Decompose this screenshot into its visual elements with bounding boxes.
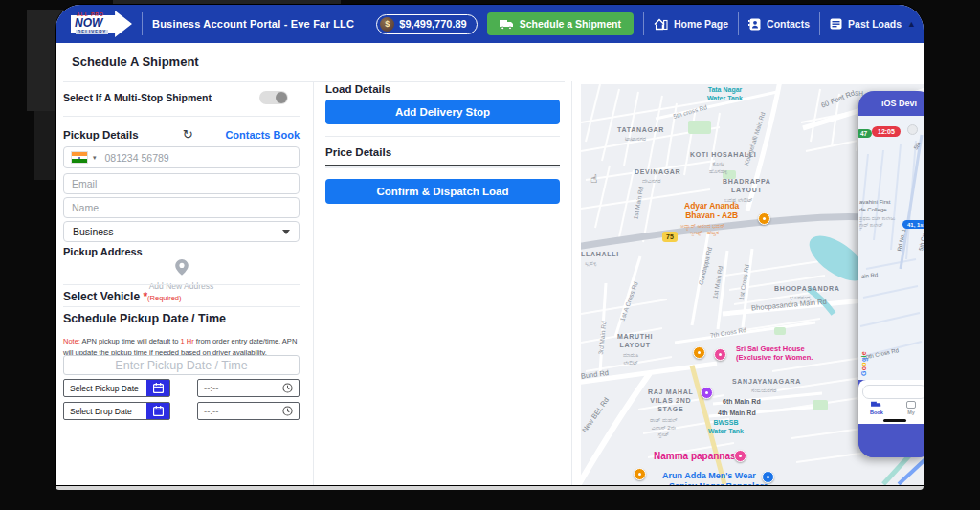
flag-dropdown-caret-icon[interactable]: ▾: [93, 154, 97, 162]
drop-date-picker[interactable]: Select Drop Date: [63, 402, 170, 420]
drop-date-label: Select Drop Date: [64, 407, 146, 416]
compass-icon: [907, 124, 918, 135]
time-value: --:--: [204, 406, 218, 416]
home-icon: [654, 18, 668, 31]
nav-divider: [738, 12, 739, 35]
ios-device-screen[interactable]: 47 12:05 41, 1st avahini Firstde College…: [858, 116, 924, 380]
google-logo-letter: o: [860, 366, 867, 371]
location-pin-icon: [175, 259, 189, 276]
time-badge: 12:05: [872, 126, 901, 137]
confirm-dispatch-button[interactable]: Confirm & Dispatch Load: [325, 179, 560, 204]
clock-icon: [282, 406, 293, 416]
device-search-input[interactable]: [862, 385, 924, 399]
route-75-shield: 75: [662, 232, 678, 242]
app-window: ALL PRO NOW DELIVERY Business Account Po…: [56, 5, 924, 485]
nav-contacts[interactable]: Contacts: [748, 18, 810, 31]
google-logo-letter: G: [860, 370, 867, 376]
google-logo-letter: e: [860, 351, 867, 355]
wallet-balance[interactable]: $ $9,499,770.89: [376, 14, 477, 34]
multi-stop-toggle[interactable]: [259, 91, 288, 104]
nav-divider: [819, 12, 820, 35]
time-value: --:--: [204, 383, 218, 393]
window-bottom-edge: [56, 485, 924, 490]
restaurant-poi[interactable]: [693, 346, 705, 359]
address-pill: 41, 1st: [902, 220, 924, 229]
balance-amount: $9,499,770.89: [399, 18, 466, 30]
refresh-icon[interactable]: ↻: [183, 127, 193, 142]
portal-title: Business Account Portal - Eve Far LLC: [152, 18, 354, 30]
select-vehicle-heading: Select Vehicle: [63, 290, 140, 303]
eta-badge: 47: [858, 129, 872, 138]
device-footer: [858, 424, 924, 457]
divider: [63, 284, 300, 285]
page-title: Schedule A Shipment: [72, 55, 199, 69]
email-field[interactable]: [63, 173, 300, 194]
temple-poi[interactable]: [701, 387, 713, 399]
phone-input[interactable]: ▾ 081234 56789: [63, 146, 300, 168]
restaurant-pink-poi[interactable]: [734, 450, 746, 462]
drop-calendar-button[interactable]: [146, 403, 169, 419]
divider: [313, 81, 314, 485]
hand-cursor-icon: ☝: [590, 172, 597, 186]
drop-time-input[interactable]: --:--: [197, 402, 300, 420]
nav-home-page[interactable]: Home Page: [654, 18, 728, 31]
name-field[interactable]: [63, 197, 300, 218]
pickup-calendar-button[interactable]: [146, 380, 169, 396]
add-address-button[interactable]: Add New Address: [63, 259, 300, 291]
pickup-datetime-input[interactable]: [63, 355, 300, 375]
nav-past-loads[interactable]: Past Loads: [830, 18, 902, 30]
schedule-button-label: Schedule a Shipment: [520, 18, 621, 30]
business-select[interactable]: Business: [63, 221, 300, 242]
toggle-knob: [276, 92, 287, 103]
restaurant-poi[interactable]: [758, 212, 770, 225]
divider: [63, 116, 300, 117]
device-my-loads-tab[interactable]: My: [906, 401, 916, 415]
pickup-date-picker[interactable]: Select Pickup Date: [63, 379, 170, 397]
pickup-details-heading: Pickup Details: [63, 129, 139, 141]
nav-divider: [142, 12, 143, 35]
pickup-time-input[interactable]: --:--: [197, 379, 300, 397]
calendar-icon: [153, 383, 164, 393]
top-navbar: ALL PRO NOW DELIVERY Business Account Po…: [56, 5, 924, 43]
truck-icon: [500, 19, 514, 30]
shop-blue-poi[interactable]: [762, 471, 774, 483]
device-book-tab[interactable]: Book: [870, 401, 883, 415]
add-delivery-stop-button[interactable]: Add Delivery Stop: [325, 100, 560, 124]
india-flag-icon[interactable]: [71, 151, 88, 164]
ios-device-preview[interactable]: iOS Devi 47 12:05 41, 1st avahini Firstd…: [858, 91, 924, 457]
load-details-heading: Load Details: [325, 83, 390, 95]
money-bag-icon: $: [380, 17, 394, 32]
guest-house-poi[interactable]: [714, 348, 726, 361]
clock-icon: [282, 383, 293, 393]
main-content: Schedule A Shipment Select If A Multi-St…: [56, 43, 924, 485]
divider: [63, 81, 565, 82]
ios-device-header: iOS Devi: [858, 91, 924, 116]
price-details-heading: Price Details: [325, 146, 391, 158]
device-bottom-sheet: Book My: [858, 380, 924, 424]
business-select-value: Business: [73, 226, 114, 237]
list-icon: [906, 401, 916, 409]
required-note: (Required): [147, 294, 181, 302]
contacts-book-link[interactable]: Contacts Book: [225, 129, 300, 141]
truck-icon: [871, 401, 881, 409]
note-text: APN pickup time will default to: [80, 337, 181, 345]
nav-divider: [643, 12, 644, 35]
multi-stop-label: Select If A Multi-Stop Shipment: [63, 92, 212, 103]
nav-item-label: Contacts: [767, 18, 810, 30]
company-logo[interactable]: ALL PRO NOW DELIVERY: [71, 8, 132, 40]
nav-item-label: Home Page: [674, 18, 728, 30]
google-logo: Google: [860, 351, 867, 376]
divider: [325, 136, 560, 137]
store-poi[interactable]: [634, 468, 646, 480]
book-tab-label: Book: [870, 410, 883, 415]
divider: [325, 165, 560, 166]
logo-text-bottom: DELIVERY: [76, 30, 108, 34]
select-vehicle-row: Select Vehicle *(Required): [63, 290, 182, 303]
caret-up-icon[interactable]: ▲: [907, 19, 916, 29]
schedule-shipment-button[interactable]: Schedule a Shipment: [487, 12, 634, 35]
my-tab-label: My: [907, 410, 915, 415]
divider: [63, 306, 300, 307]
pickup-date-label: Select Pickup Date: [64, 384, 146, 393]
note-label: Note:: [63, 337, 80, 345]
pickup-details-row: Pickup Details ↻ Contacts Book: [63, 127, 300, 142]
